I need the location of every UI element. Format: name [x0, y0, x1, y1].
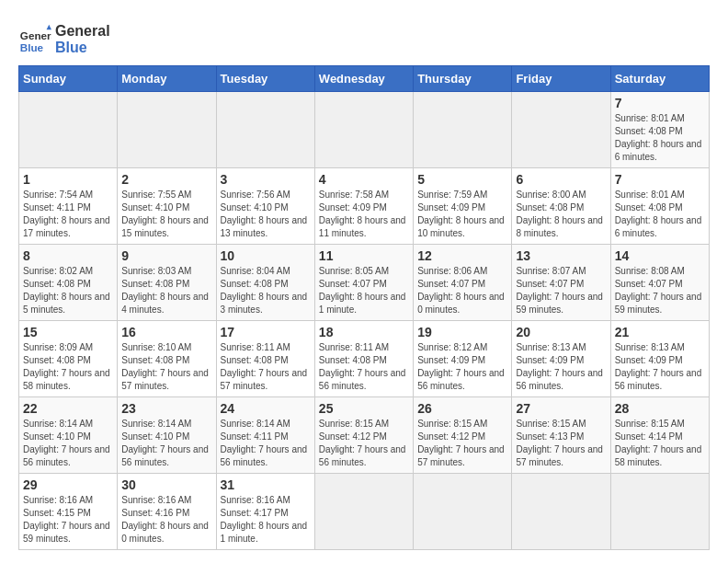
calendar-cell: 29 Sunrise: 8:16 AMSunset: 4:15 PMDaylig… — [19, 474, 118, 550]
calendar-cell: 24 Sunrise: 8:14 AMSunset: 4:11 PMDaylig… — [216, 397, 314, 474]
logo: General Blue General Blue — [18, 23, 110, 56]
day-info: Sunrise: 8:09 AMSunset: 4:08 PMDaylight:… — [23, 341, 113, 393]
calendar-cell: 7 Sunrise: 8:01 AMSunset: 4:08 PMDayligh… — [610, 92, 709, 168]
svg-text:General: General — [20, 29, 51, 41]
day-number: 19 — [417, 325, 507, 339]
day-number: 27 — [516, 401, 606, 416]
calendar-cell: 27 Sunrise: 8:15 AMSunset: 4:13 PMDaylig… — [512, 397, 610, 474]
day-info: Sunrise: 8:16 AMSunset: 4:17 PMDaylight:… — [221, 494, 311, 546]
calendar-week-4: 15 Sunrise: 8:09 AMSunset: 4:08 PMDaylig… — [19, 321, 710, 397]
header-day-tuesday: Tuesday — [216, 66, 314, 92]
calendar-cell: 10 Sunrise: 8:04 AMSunset: 4:08 PMDaylig… — [216, 245, 314, 321]
day-info: Sunrise: 8:11 AMSunset: 4:08 PMDaylight:… — [319, 341, 409, 393]
day-number: 10 — [221, 248, 311, 263]
day-info: Sunrise: 8:02 AMSunset: 4:08 PMDaylight:… — [23, 265, 113, 316]
calendar-cell: 12 Sunrise: 8:06 AMSunset: 4:07 PMDaylig… — [414, 245, 512, 321]
day-info: Sunrise: 7:59 AMSunset: 4:09 PMDaylight:… — [417, 189, 507, 240]
logo-blue: Blue — [55, 40, 110, 56]
calendar-cell: 20 Sunrise: 8:13 AMSunset: 4:09 PMDaylig… — [512, 321, 610, 397]
calendar-cell — [216, 92, 314, 168]
day-info: Sunrise: 8:00 AMSunset: 4:08 PMDaylight:… — [516, 189, 606, 240]
svg-text:Blue: Blue — [20, 41, 44, 53]
calendar-cell: 7 Sunrise: 8:01 AMSunset: 4:08 PMDayligh… — [610, 168, 709, 245]
calendar-cell: 5 Sunrise: 7:59 AMSunset: 4:09 PMDayligh… — [414, 168, 512, 245]
calendar-cell: 4 Sunrise: 7:58 AMSunset: 4:09 PMDayligh… — [314, 168, 413, 245]
calendar-cell: 19 Sunrise: 8:12 AMSunset: 4:09 PMDaylig… — [414, 321, 512, 397]
day-info: Sunrise: 8:12 AMSunset: 4:09 PMDaylight:… — [417, 341, 507, 393]
day-info: Sunrise: 8:10 AMSunset: 4:08 PMDaylight:… — [121, 341, 211, 393]
day-number: 25 — [319, 401, 409, 416]
day-info: Sunrise: 8:03 AMSunset: 4:08 PMDaylight:… — [121, 265, 211, 316]
day-info: Sunrise: 8:04 AMSunset: 4:08 PMDaylight:… — [221, 265, 311, 316]
calendar-table: SundayMondayTuesdayWednesdayThursdayFrid… — [18, 65, 710, 550]
day-info: Sunrise: 8:16 AMSunset: 4:15 PMDaylight:… — [23, 494, 113, 546]
calendar-week-6: 29 Sunrise: 8:16 AMSunset: 4:15 PMDaylig… — [19, 474, 710, 550]
header-day-thursday: Thursday — [414, 66, 512, 92]
day-number: 13 — [516, 248, 606, 263]
day-number: 8 — [23, 248, 113, 263]
calendar-cell: 18 Sunrise: 8:11 AMSunset: 4:08 PMDaylig… — [314, 321, 413, 397]
day-info: Sunrise: 8:15 AMSunset: 4:12 PMDaylight:… — [417, 418, 507, 469]
header-day-saturday: Saturday — [610, 66, 709, 92]
day-number: 5 — [417, 172, 507, 187]
header-day-monday: Monday — [118, 66, 216, 92]
calendar-cell: 31 Sunrise: 8:16 AMSunset: 4:17 PMDaylig… — [216, 474, 314, 550]
calendar-cell — [414, 474, 512, 550]
calendar-cell: 25 Sunrise: 8:15 AMSunset: 4:12 PMDaylig… — [314, 397, 413, 474]
day-number: 18 — [319, 325, 409, 339]
calendar-cell: 21 Sunrise: 8:13 AMSunset: 4:09 PMDaylig… — [610, 321, 709, 397]
day-number: 26 — [417, 401, 507, 416]
header-section: General Blue General Blue — [18, 18, 710, 56]
calendar-cell — [314, 92, 413, 168]
header-day-sunday: Sunday — [19, 66, 118, 92]
calendar-cell: 1 Sunrise: 7:54 AMSunset: 4:11 PMDayligh… — [19, 168, 118, 245]
calendar-cell: 13 Sunrise: 8:07 AMSunset: 4:07 PMDaylig… — [512, 245, 610, 321]
calendar-cell: 17 Sunrise: 8:11 AMSunset: 4:08 PMDaylig… — [216, 321, 314, 397]
calendar-cell: 14 Sunrise: 8:08 AMSunset: 4:07 PMDaylig… — [610, 245, 709, 321]
day-info: Sunrise: 7:55 AMSunset: 4:10 PMDaylight:… — [121, 189, 211, 240]
calendar-cell — [512, 474, 610, 550]
day-info: Sunrise: 7:58 AMSunset: 4:09 PMDaylight:… — [319, 189, 409, 240]
day-number: 29 — [23, 477, 113, 492]
calendar-week-5: 22 Sunrise: 8:14 AMSunset: 4:10 PMDaylig… — [19, 397, 710, 474]
day-info: Sunrise: 8:15 AMSunset: 4:12 PMDaylight:… — [319, 418, 409, 469]
day-info: Sunrise: 8:06 AMSunset: 4:07 PMDaylight:… — [417, 265, 507, 316]
calendar-cell — [512, 92, 610, 168]
day-info: Sunrise: 8:07 AMSunset: 4:07 PMDaylight:… — [516, 265, 606, 316]
day-info: Sunrise: 8:01 AMSunset: 4:08 PMDaylight:… — [615, 189, 705, 240]
day-number: 7 — [615, 172, 705, 187]
day-number: 16 — [121, 325, 211, 339]
day-number: 14 — [615, 248, 705, 263]
day-number: 20 — [516, 325, 606, 339]
day-info: Sunrise: 8:13 AMSunset: 4:09 PMDaylight:… — [516, 341, 606, 393]
day-info: Sunrise: 8:05 AMSunset: 4:07 PMDaylight:… — [319, 265, 409, 316]
calendar-cell: 6 Sunrise: 8:00 AMSunset: 4:08 PMDayligh… — [512, 168, 610, 245]
calendar-cell — [314, 474, 413, 550]
day-number: 9 — [121, 248, 211, 263]
calendar-cell: 9 Sunrise: 8:03 AMSunset: 4:08 PMDayligh… — [118, 245, 216, 321]
day-number: 7 — [615, 96, 705, 110]
calendar-cell: 28 Sunrise: 8:15 AMSunset: 4:14 PMDaylig… — [610, 397, 709, 474]
calendar-cell: 15 Sunrise: 8:09 AMSunset: 4:08 PMDaylig… — [19, 321, 118, 397]
logo-icon: General Blue — [18, 23, 51, 56]
calendar-cell: 23 Sunrise: 8:14 AMSunset: 4:10 PMDaylig… — [118, 397, 216, 474]
calendar-cell: 3 Sunrise: 7:56 AMSunset: 4:10 PMDayligh… — [216, 168, 314, 245]
calendar-cell: 2 Sunrise: 7:55 AMSunset: 4:10 PMDayligh… — [118, 168, 216, 245]
calendar-cell: 16 Sunrise: 8:10 AMSunset: 4:08 PMDaylig… — [118, 321, 216, 397]
day-number: 4 — [319, 172, 409, 187]
day-number: 15 — [23, 325, 113, 339]
day-number: 17 — [221, 325, 311, 339]
day-number: 1 — [23, 172, 113, 187]
calendar-week-1: 7 Sunrise: 8:01 AMSunset: 4:08 PMDayligh… — [19, 92, 710, 168]
day-number: 22 — [23, 401, 113, 416]
day-info: Sunrise: 8:14 AMSunset: 4:11 PMDaylight:… — [221, 418, 311, 469]
header-day-wednesday: Wednesday — [314, 66, 413, 92]
day-info: Sunrise: 8:16 AMSunset: 4:16 PMDaylight:… — [121, 494, 211, 546]
day-info: Sunrise: 7:56 AMSunset: 4:10 PMDaylight:… — [221, 189, 311, 240]
day-number: 3 — [221, 172, 311, 187]
day-number: 12 — [417, 248, 507, 263]
calendar-cell — [414, 92, 512, 168]
day-number: 2 — [121, 172, 211, 187]
day-info: Sunrise: 8:15 AMSunset: 4:13 PMDaylight:… — [516, 418, 606, 469]
calendar-cell — [610, 474, 709, 550]
